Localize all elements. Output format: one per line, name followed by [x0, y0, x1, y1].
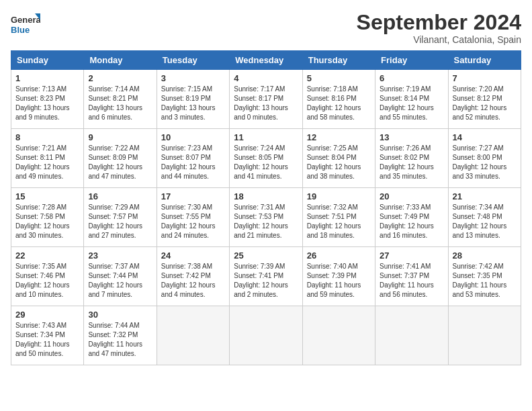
- cell-info: Sunrise: 7:44 AMSunset: 7:32 PMDaylight:…: [88, 322, 142, 357]
- svg-text:General: General: [11, 15, 40, 25]
- cell-info: Sunrise: 7:18 AMSunset: 8:16 PMDaylight:…: [307, 85, 361, 121]
- day-number: 29: [15, 310, 79, 320]
- week-row-2: 8 Sunrise: 7:21 AMSunset: 8:11 PMDayligh…: [11, 129, 521, 188]
- calendar-cell: 9 Sunrise: 7:22 AMSunset: 8:09 PMDayligh…: [84, 129, 157, 188]
- day-number: 8: [15, 132, 79, 142]
- calendar-cell: 11 Sunrise: 7:24 AMSunset: 8:05 PMDaylig…: [230, 129, 302, 188]
- calendar-cell: 13 Sunrise: 7:26 AMSunset: 8:02 PMDaylig…: [375, 129, 448, 188]
- cell-info: Sunrise: 7:41 AMSunset: 7:37 PMDaylight:…: [380, 263, 434, 298]
- day-number: 30: [88, 310, 152, 320]
- header-monday: Monday: [84, 51, 157, 70]
- calendar-cell: 18 Sunrise: 7:31 AMSunset: 7:53 PMDaylig…: [230, 188, 302, 247]
- calendar-cell: [302, 306, 375, 365]
- calendar-cell: 10 Sunrise: 7:23 AMSunset: 8:07 PMDaylig…: [157, 129, 229, 188]
- header-row: SundayMondayTuesdayWednesdayThursdayFrid…: [11, 51, 521, 70]
- cell-info: Sunrise: 7:14 AMSunset: 8:21 PMDaylight:…: [88, 85, 142, 121]
- calendar-cell: 15 Sunrise: 7:28 AMSunset: 7:58 PMDaylig…: [11, 188, 84, 247]
- logo-svg: General Blue: [11, 11, 40, 40]
- day-number: 15: [15, 191, 79, 201]
- day-number: 18: [234, 191, 298, 201]
- logo: General Blue: [11, 11, 40, 40]
- header-friday: Friday: [375, 51, 448, 70]
- calendar-cell: 20 Sunrise: 7:33 AMSunset: 7:49 PMDaylig…: [375, 188, 448, 247]
- day-number: 28: [453, 250, 517, 261]
- cell-info: Sunrise: 7:19 AMSunset: 8:14 PMDaylight:…: [380, 85, 434, 121]
- week-row-5: 29 Sunrise: 7:43 AMSunset: 7:34 PMDaylig…: [11, 306, 521, 365]
- week-row-3: 15 Sunrise: 7:28 AMSunset: 7:58 PMDaylig…: [11, 188, 521, 247]
- svg-text:Blue: Blue: [11, 25, 30, 35]
- day-number: 12: [307, 132, 371, 142]
- calendar-cell: 3 Sunrise: 7:15 AMSunset: 8:19 PMDayligh…: [157, 70, 229, 129]
- calendar-cell: 7 Sunrise: 7:20 AMSunset: 8:12 PMDayligh…: [448, 70, 521, 129]
- calendar-cell: 21 Sunrise: 7:34 AMSunset: 7:48 PMDaylig…: [448, 188, 521, 247]
- day-number: 26: [307, 250, 371, 261]
- cell-info: Sunrise: 7:35 AMSunset: 7:46 PMDaylight:…: [15, 263, 70, 298]
- calendar-cell: 5 Sunrise: 7:18 AMSunset: 8:16 PMDayligh…: [302, 70, 375, 129]
- cell-info: Sunrise: 7:39 AMSunset: 7:41 PMDaylight:…: [234, 263, 288, 298]
- calendar-cell: 22 Sunrise: 7:35 AMSunset: 7:46 PMDaylig…: [11, 247, 84, 306]
- calendar-cell: 28 Sunrise: 7:42 AMSunset: 7:35 PMDaylig…: [448, 247, 521, 306]
- cell-info: Sunrise: 7:23 AMSunset: 8:07 PMDaylight:…: [161, 144, 216, 180]
- week-row-4: 22 Sunrise: 7:35 AMSunset: 7:46 PMDaylig…: [11, 247, 521, 306]
- calendar-cell: [375, 306, 448, 365]
- header-saturday: Saturday: [448, 51, 521, 70]
- day-number: 9: [88, 132, 152, 142]
- calendar-cell: [157, 306, 229, 365]
- cell-info: Sunrise: 7:40 AMSunset: 7:39 PMDaylight:…: [307, 263, 361, 298]
- day-number: 3: [161, 73, 225, 83]
- calendar-cell: 24 Sunrise: 7:38 AMSunset: 7:42 PMDaylig…: [157, 247, 229, 306]
- day-number: 27: [380, 250, 443, 261]
- day-number: 22: [15, 250, 79, 261]
- cell-info: Sunrise: 7:29 AMSunset: 7:57 PMDaylight:…: [88, 203, 142, 239]
- day-number: 14: [453, 132, 517, 142]
- cell-info: Sunrise: 7:34 AMSunset: 7:48 PMDaylight:…: [453, 203, 507, 239]
- day-number: 23: [88, 250, 152, 261]
- title-block: September 2024 Vilanant, Catalonia, Spai…: [357, 11, 521, 45]
- header-sunday: Sunday: [11, 51, 84, 70]
- day-number: 20: [380, 191, 443, 201]
- cell-info: Sunrise: 7:43 AMSunset: 7:34 PMDaylight:…: [15, 322, 70, 357]
- cell-info: Sunrise: 7:20 AMSunset: 8:12 PMDaylight:…: [453, 85, 507, 121]
- calendar-cell: 27 Sunrise: 7:41 AMSunset: 7:37 PMDaylig…: [375, 247, 448, 306]
- cell-info: Sunrise: 7:26 AMSunset: 8:02 PMDaylight:…: [380, 144, 434, 180]
- cell-info: Sunrise: 7:25 AMSunset: 8:04 PMDaylight:…: [307, 144, 361, 180]
- cell-info: Sunrise: 7:13 AMSunset: 8:23 PMDaylight:…: [15, 85, 70, 121]
- calendar-cell: 2 Sunrise: 7:14 AMSunset: 8:21 PMDayligh…: [84, 70, 157, 129]
- month-title: September 2024: [357, 11, 521, 34]
- cell-info: Sunrise: 7:31 AMSunset: 7:53 PMDaylight:…: [234, 203, 288, 239]
- header-thursday: Thursday: [302, 51, 375, 70]
- calendar-cell: 17 Sunrise: 7:30 AMSunset: 7:55 PMDaylig…: [157, 188, 229, 247]
- day-number: 10: [161, 132, 225, 142]
- day-number: 19: [307, 191, 371, 201]
- location: Vilanant, Catalonia, Spain: [357, 34, 521, 45]
- header-tuesday: Tuesday: [157, 51, 229, 70]
- cell-info: Sunrise: 7:15 AMSunset: 8:19 PMDaylight:…: [161, 85, 216, 121]
- day-number: 4: [234, 73, 298, 83]
- header-wednesday: Wednesday: [230, 51, 302, 70]
- calendar-cell: 1 Sunrise: 7:13 AMSunset: 8:23 PMDayligh…: [11, 70, 84, 129]
- cell-info: Sunrise: 7:42 AMSunset: 7:35 PMDaylight:…: [453, 263, 507, 298]
- day-number: 13: [380, 132, 443, 142]
- cell-info: Sunrise: 7:38 AMSunset: 7:42 PMDaylight:…: [161, 263, 216, 298]
- cell-info: Sunrise: 7:37 AMSunset: 7:44 PMDaylight:…: [88, 263, 142, 298]
- day-number: 2: [88, 73, 152, 83]
- cell-info: Sunrise: 7:27 AMSunset: 8:00 PMDaylight:…: [453, 144, 507, 180]
- cell-info: Sunrise: 7:21 AMSunset: 8:11 PMDaylight:…: [15, 144, 70, 180]
- calendar-cell: [448, 306, 521, 365]
- day-number: 16: [88, 191, 152, 201]
- calendar-cell: 25 Sunrise: 7:39 AMSunset: 7:41 PMDaylig…: [230, 247, 302, 306]
- calendar-cell: 26 Sunrise: 7:40 AMSunset: 7:39 PMDaylig…: [302, 247, 375, 306]
- day-number: 24: [161, 250, 225, 261]
- day-number: 17: [161, 191, 225, 201]
- day-number: 6: [380, 73, 443, 83]
- calendar-cell: 16 Sunrise: 7:29 AMSunset: 7:57 PMDaylig…: [84, 188, 157, 247]
- cell-info: Sunrise: 7:33 AMSunset: 7:49 PMDaylight:…: [380, 203, 434, 239]
- calendar-table: SundayMondayTuesdayWednesdayThursdayFrid…: [11, 50, 521, 365]
- cell-info: Sunrise: 7:30 AMSunset: 7:55 PMDaylight:…: [161, 203, 216, 239]
- calendar-cell: 8 Sunrise: 7:21 AMSunset: 8:11 PMDayligh…: [11, 129, 84, 188]
- cell-info: Sunrise: 7:28 AMSunset: 7:58 PMDaylight:…: [15, 203, 70, 239]
- calendar-cell: 4 Sunrise: 7:17 AMSunset: 8:17 PMDayligh…: [230, 70, 302, 129]
- calendar-cell: 6 Sunrise: 7:19 AMSunset: 8:14 PMDayligh…: [375, 70, 448, 129]
- calendar-cell: 29 Sunrise: 7:43 AMSunset: 7:34 PMDaylig…: [11, 306, 84, 365]
- calendar-cell: 19 Sunrise: 7:32 AMSunset: 7:51 PMDaylig…: [302, 188, 375, 247]
